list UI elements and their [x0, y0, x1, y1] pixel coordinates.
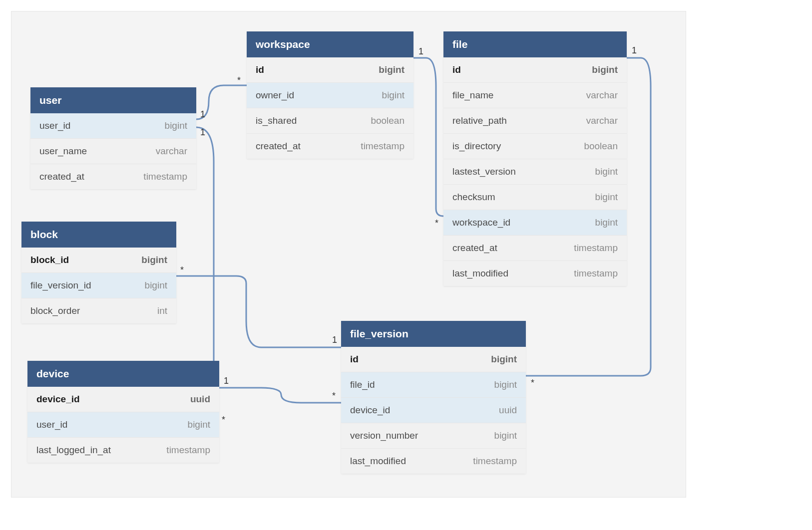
entity-file[interactable]: file id bigint file_name varchar relativ… — [443, 31, 627, 286]
entity-workspace-title: workspace — [247, 31, 413, 57]
card-user-workspace-1: 1 — [200, 109, 205, 120]
col-name: device_id — [350, 405, 390, 416]
col-name: is_directory — [452, 141, 501, 152]
col-device-device_id: device_id uuid — [27, 387, 219, 412]
col-name: id — [256, 64, 264, 75]
col-type: bigint — [379, 64, 405, 75]
card-user-device-star: * — [222, 415, 225, 425]
er-diagram-canvas: 1 * 1 * 1 * 1 * 1 * 1 * user user_id big… — [11, 11, 686, 498]
col-type: timestamp — [166, 445, 210, 456]
col-name: is_shared — [256, 115, 297, 126]
col-name: block_id — [30, 255, 69, 265]
entity-user-title: user — [30, 87, 196, 113]
card-file-fileversion-star: * — [531, 378, 534, 388]
col-name: created_at — [256, 141, 301, 152]
col-type: uuid — [190, 394, 210, 405]
col-name: last_logged_in_at — [36, 445, 111, 456]
col-block-block_order: block_order int — [21, 298, 176, 323]
card-user-workspace-star: * — [237, 75, 241, 86]
col-file-relative_path: relative_path varchar — [443, 108, 627, 134]
col-name: user_name — [39, 146, 87, 157]
col-name: checksum — [452, 192, 495, 203]
col-file_version-id: id bigint — [341, 347, 526, 372]
col-name: user_id — [36, 419, 67, 430]
card-workspace-file-1: 1 — [418, 46, 423, 57]
col-type: timestamp — [473, 456, 517, 467]
col-block-block_id: block_id bigint — [21, 248, 176, 273]
col-name: block_order — [30, 305, 80, 316]
col-type: uuid — [499, 405, 517, 416]
col-workspace-created_at: created_at timestamp — [247, 134, 413, 159]
col-name: workspace_id — [452, 217, 510, 228]
entity-block-title: block — [21, 222, 176, 248]
col-type: bigint — [494, 430, 517, 441]
col-type: boolean — [584, 141, 618, 152]
col-user-user_name: user_name varchar — [30, 139, 196, 164]
col-type: varchar — [586, 90, 618, 101]
col-name: file_name — [452, 90, 493, 101]
col-file-last_modified: last_modified timestamp — [443, 261, 627, 286]
entity-workspace[interactable]: workspace id bigint owner_id bigint is_s… — [247, 31, 413, 159]
card-workspace-file-star: * — [435, 218, 438, 229]
col-type: bigint — [165, 120, 187, 131]
col-type: bigint — [494, 379, 517, 390]
card-user-device-1: 1 — [200, 127, 205, 138]
entity-device[interactable]: device device_id uuid user_id bigint las… — [27, 361, 219, 463]
col-name: version_number — [350, 430, 418, 441]
card-file-fileversion-1: 1 — [632, 45, 637, 56]
col-type: bigint — [595, 166, 618, 177]
col-name: created_at — [452, 243, 497, 254]
entity-file-version-title: file_version — [341, 321, 526, 347]
col-device-user_id: user_id bigint — [27, 412, 219, 438]
col-file_version-file_id: file_id bigint — [341, 372, 526, 398]
col-file_version-device_id: device_id uuid — [341, 398, 526, 423]
col-type: bigint — [592, 64, 618, 75]
col-name: lastest_version — [452, 166, 516, 177]
col-name: owner_id — [256, 90, 294, 101]
col-user-created_at: created_at timestamp — [30, 164, 196, 189]
col-type: bigint — [141, 255, 167, 265]
col-file-created_at: created_at timestamp — [443, 236, 627, 261]
col-file-lastest_version: lastest_version bigint — [443, 159, 627, 185]
col-file-id: id bigint — [443, 57, 627, 83]
col-file_version-last_modified: last_modified timestamp — [341, 449, 526, 474]
col-type: bigint — [491, 354, 517, 365]
col-type: timestamp — [361, 141, 405, 152]
col-name: created_at — [39, 171, 84, 182]
col-name: id — [452, 64, 461, 75]
col-name: id — [350, 354, 359, 365]
col-type: bigint — [145, 280, 167, 291]
entity-device-title: device — [27, 361, 219, 387]
col-type: bigint — [595, 192, 618, 203]
col-name: last_modified — [350, 456, 406, 467]
col-workspace-owner_id: owner_id bigint — [247, 83, 413, 108]
col-type: timestamp — [143, 171, 187, 182]
card-fileversion-block-star: * — [180, 265, 184, 275]
col-name: file_id — [350, 379, 375, 390]
entity-file-version[interactable]: file_version id bigint file_id bigint de… — [341, 321, 526, 474]
entity-block[interactable]: block block_id bigint file_version_id bi… — [21, 222, 176, 323]
col-type: bigint — [188, 419, 210, 430]
col-type: timestamp — [574, 243, 618, 254]
col-block-file_version_id: file_version_id bigint — [21, 273, 176, 298]
col-name: last_modified — [452, 268, 508, 279]
entity-user[interactable]: user user_id bigint user_name varchar cr… — [30, 87, 196, 189]
col-workspace-id: id bigint — [247, 57, 413, 83]
col-type: varchar — [156, 146, 187, 157]
col-type: boolean — [371, 115, 405, 126]
card-device-fileversion-star: * — [332, 391, 336, 401]
col-type: bigint — [382, 90, 405, 101]
card-fileversion-block-1: 1 — [332, 335, 337, 345]
col-file_version-version_number: version_number bigint — [341, 423, 526, 449]
col-device-last_logged_in_at: last_logged_in_at timestamp — [27, 438, 219, 463]
col-workspace-is_shared: is_shared boolean — [247, 108, 413, 134]
col-name: file_version_id — [30, 280, 91, 291]
col-type: timestamp — [574, 268, 618, 279]
col-file-file_name: file_name varchar — [443, 83, 627, 108]
col-type: varchar — [586, 115, 618, 126]
col-name: user_id — [39, 120, 70, 131]
col-type: bigint — [595, 217, 618, 228]
card-device-fileversion-1: 1 — [224, 376, 229, 386]
col-file-checksum: checksum bigint — [443, 185, 627, 210]
col-name: relative_path — [452, 115, 507, 126]
